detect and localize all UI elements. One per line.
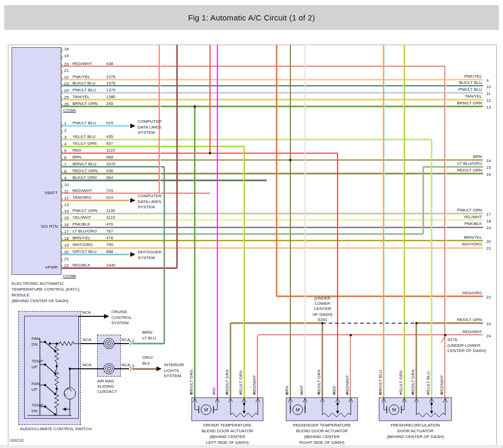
circuit-number: 1375	[106, 74, 116, 80]
circuit-number: 688	[106, 249, 113, 254]
pin-number: 10	[64, 183, 69, 188]
wire-color-label-vertical: WHT	[299, 385, 304, 394]
circuit-number: 915	[106, 121, 113, 126]
module-label-vpwr: VPWR	[21, 265, 58, 270]
circuit-number: 729	[106, 188, 113, 194]
circuit-number: 790	[106, 242, 113, 248]
circuit-number: 1070	[106, 162, 116, 167]
circuit-number: 438	[106, 61, 113, 67]
pin-number: 8	[64, 169, 66, 174]
circuit-number: 767	[106, 229, 113, 234]
wire-color-label: PNK/LT BLU	[414, 87, 482, 92]
pin-number: 3	[64, 135, 66, 140]
pin-number: 2	[64, 128, 66, 133]
wire-color-label: YEL/LT GRN	[72, 141, 97, 146]
pin-number: 21	[64, 257, 69, 262]
module-caption-line: (BEHIND CENTER OF DASH)	[12, 298, 68, 304]
pin-number: 18	[64, 47, 69, 52]
wire-color-label: RED/ORG	[414, 291, 482, 296]
wire-color-label: WHT/ORG	[72, 242, 93, 248]
circuit-number: 436	[106, 168, 113, 174]
wire-color-label: RED/LT GRN	[414, 168, 482, 173]
system-label-line: INTERIOR	[164, 362, 184, 368]
continuation-number: 12	[486, 98, 491, 103]
module-label-vbatt: VBATT	[21, 190, 58, 196]
wire-color-label: LT BLU/ORG	[414, 161, 482, 166]
pin-number: 24	[64, 88, 69, 93]
switch-button-label: TEMP	[32, 359, 43, 364]
wire-color-label: PNK/LT BLU	[72, 121, 96, 126]
wire-color-label-vertical: BRN/LT GRN	[189, 369, 194, 394]
module-caption-line: TEMPERATURE CONTROL (EATC)	[12, 287, 79, 292]
actuator-caption-line: BLEND DOOR ACTUATOR	[275, 429, 369, 434]
wire-color-label: BRN	[414, 154, 482, 159]
circuit-number: 364	[106, 175, 113, 180]
wire-color-label: BRN/LT GRN	[414, 101, 482, 106]
system-label-line: CONTROL	[111, 315, 132, 321]
wire-color-label: RED/LT GRN	[72, 168, 98, 174]
wire-color-label: BRN/LT GRN	[72, 101, 98, 106]
airbag-caption-line: CONTACT	[97, 389, 117, 394]
connector-label-c228b: C228B	[63, 274, 76, 279]
wire-color-label: RED	[72, 148, 81, 153]
pin-number: 15	[64, 216, 69, 221]
pin-number: 19	[64, 243, 69, 248]
actuator-caption-line: DOOR ACTUATOR	[368, 429, 463, 434]
pin-number: 9	[64, 176, 66, 181]
continuation-number: 15	[486, 165, 491, 170]
wire-color-label-vertical: RED/WHT	[439, 375, 444, 394]
wire-color-label: BRN	[72, 155, 81, 160]
airbag-caption-line: SLIDING	[97, 384, 114, 389]
airbag-sliding-contact-block	[97, 335, 121, 377]
pin-number: 13	[64, 202, 69, 208]
switch-button-label: DN	[32, 342, 38, 347]
actuator-caption-line: DRIVER TEMPERATURE	[180, 423, 275, 428]
pin-number: 20	[64, 250, 69, 255]
wire-color-label-vertical: RED/LT GRN	[317, 369, 321, 394]
pin-number: 25	[64, 95, 69, 100]
circuit-number: 1123	[106, 215, 115, 220]
wire-color-label: GRY/LT BLU	[72, 249, 97, 254]
splice-label-line: S276	[447, 337, 457, 343]
circuit-number: 476	[106, 236, 113, 241]
actuator-caption-line: FRESH/RECIRCULATION	[368, 423, 463, 428]
continuation-number: 16	[486, 172, 491, 177]
pin-number: 17	[64, 229, 69, 234]
system-label-line: DEFOGGER	[138, 250, 162, 255]
wire-color-label: RED/WHT	[72, 61, 92, 67]
pin-number: 22	[64, 263, 69, 269]
pin-number: 23	[64, 81, 69, 87]
wire-color-label: BLK	[142, 361, 150, 366]
wire-color-label: RED/BLK	[72, 263, 90, 268]
circuit-number: 1122	[106, 148, 115, 153]
wire-color-label-vertical: RED/WHT	[252, 375, 257, 394]
circuit-number: 1379	[106, 88, 116, 93]
module-caption-line: MODULE	[12, 293, 29, 298]
continuation-number: 23	[486, 322, 491, 327]
actuator-caption-line: BLEND DOOR ACTUATOR	[180, 429, 275, 434]
climate-switch-caption: AUDIO/CLIMATE CONTROL SWITCH	[20, 426, 91, 432]
circuit-number: 435	[106, 134, 113, 140]
module-caption-line: ELECTRONIC AUTOMATIC	[12, 281, 64, 286]
wire-color-label-vertical: BRN	[285, 386, 289, 394]
continuation-number: 9	[486, 78, 488, 83]
continuation-number: 10	[486, 84, 491, 90]
nca-label: NCA	[82, 310, 91, 315]
splice-label-line: OF DASH)	[301, 312, 343, 317]
wire-color-label: TAN/YEL	[414, 94, 482, 99]
splice-label-line: LOWER	[301, 301, 343, 306]
system-label-line: SYSTEM	[138, 255, 155, 261]
wire-color-label-vertical: YEL/LT GRN	[238, 370, 243, 394]
figure-title: Fig 1: Automatic A/C Circuit (1 of 2)	[188, 13, 315, 22]
nca-label: NCA	[82, 337, 91, 343]
wire-color-label: ORG/	[142, 355, 153, 360]
nca-label: NCA	[121, 337, 130, 343]
circuit-number: 437	[106, 141, 113, 146]
wire-color-label: BRN/YEL	[72, 236, 90, 241]
continuation-number: 20	[486, 239, 491, 244]
nca-label: NCA	[121, 362, 130, 368]
pin-number: 5	[64, 148, 66, 154]
pin-number: 14	[64, 209, 69, 214]
wire-color-label: PNK/LT GRN	[414, 208, 482, 213]
splice-label-line: CENTER OF DASH)	[447, 348, 486, 354]
